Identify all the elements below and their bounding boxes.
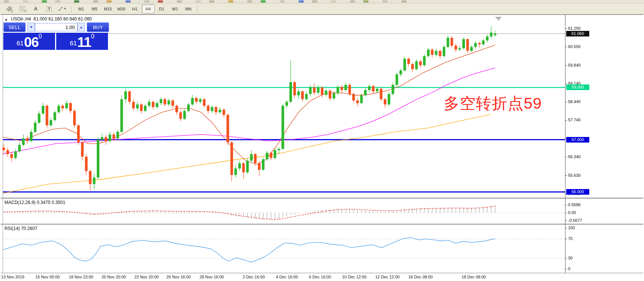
volume-input[interactable] bbox=[35, 23, 77, 31]
symbol-ohlc: 61.000 61.160 60.940 61.060 bbox=[34, 16, 92, 22]
time-tick-label: 22 Nov 20:00 bbox=[134, 275, 159, 279]
volume-increase-button[interactable]: ▲ bbox=[77, 23, 85, 32]
time-tick-label: 15 Nov 00:00 bbox=[35, 275, 60, 279]
buy-price-big: 11 bbox=[77, 35, 91, 49]
price-tick-label: 60.550 bbox=[568, 44, 581, 49]
time-tick-label: 6 Dec 16:00 bbox=[309, 275, 331, 279]
price-tick-label: 58.440 bbox=[568, 99, 581, 104]
symbol-marker-icon: ▲ bbox=[4, 17, 8, 21]
time-tick-label: 4 Dec 16:00 bbox=[276, 275, 298, 279]
time-tick-label: 28 Nov 16:00 bbox=[200, 275, 224, 279]
sell-price-display[interactable]: 61 06 0 bbox=[3, 33, 55, 50]
sell-button[interactable]: SELL bbox=[3, 22, 26, 32]
chart-symbol-header: ▲ USOil-,H4 61.000 61.160 60.940 61.060 bbox=[4, 16, 92, 22]
time-tick-label: 16 Dec 08:00 bbox=[408, 275, 433, 279]
macd-indicator-label: MACD(12,26,9) 0.3475 0.3501 bbox=[4, 200, 65, 205]
volume-decrease-button[interactable]: ▼ bbox=[28, 23, 35, 32]
price-tick-label: 61.250 bbox=[568, 26, 581, 31]
price-tick-label: 57.740 bbox=[568, 118, 581, 122]
symbol-name: USOil-,H4 bbox=[11, 16, 31, 22]
time-tick-label: 18 Dec 08:00 bbox=[462, 275, 486, 279]
price-badge: 55.000 bbox=[566, 189, 589, 195]
price-tick-label: 56.340 bbox=[568, 154, 581, 159]
time-tick-label: 18 Nov 23:00 bbox=[69, 275, 93, 279]
buy-price-small: 61 bbox=[70, 38, 77, 49]
rsi-tick-label: 30 bbox=[568, 256, 573, 260]
time-tick-label: 13 Nov 2019 bbox=[1, 275, 24, 279]
macd-tick-label: -0.5677 bbox=[568, 218, 582, 223]
price-tick-label: 59.840 bbox=[568, 63, 581, 67]
sell-price-sup: 0 bbox=[39, 33, 42, 39]
macd-tick-label: 0.00 bbox=[568, 210, 576, 215]
buy-price-display[interactable]: 61 11 0 bbox=[56, 33, 108, 50]
rsi-indicator-label: RSI(14) 70.2607 bbox=[4, 226, 37, 231]
rsi-tick-label: 70 bbox=[568, 236, 573, 241]
price-badge: 61.060 bbox=[566, 31, 589, 36]
price-tick-label: 55.630 bbox=[568, 173, 581, 178]
chart-annotation-text: 多空转折点59 bbox=[444, 93, 542, 114]
scroll-end-marker-icon[interactable] bbox=[495, 17, 502, 21]
rsi-tick-label: 100 bbox=[568, 226, 575, 230]
time-tick-label: 10 Dec 12:00 bbox=[342, 275, 366, 279]
rsi-tick-label: 0 bbox=[568, 266, 570, 271]
time-tick-label: 2 Dec 16:00 bbox=[243, 275, 265, 279]
sell-price-small: 61 bbox=[17, 38, 24, 49]
time-tick-label: 20 Nov 20:00 bbox=[102, 275, 126, 279]
one-click-trading-panel: SELL ▼ ▲ BUY 61 06 0 61 11 0 bbox=[3, 22, 109, 50]
buy-price-sup: 0 bbox=[91, 33, 95, 39]
sell-price-big: 06 bbox=[24, 35, 38, 49]
buy-button[interactable]: BUY bbox=[87, 22, 109, 32]
time-tick-label: 12 Dec 12:00 bbox=[375, 275, 399, 279]
price-badge: 59.000 bbox=[566, 84, 589, 90]
macd-tick-label: 0.5586 bbox=[568, 202, 581, 207]
price-badge: 57.000 bbox=[566, 137, 589, 143]
time-tick-label: 26 Nov 16:00 bbox=[166, 275, 191, 279]
